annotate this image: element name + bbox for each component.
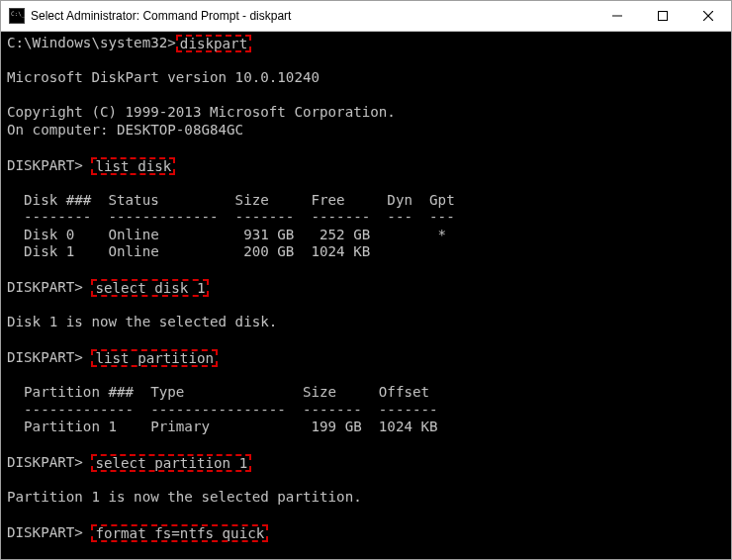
highlight-format: format fs=ntfs quick	[91, 524, 268, 542]
window-title: Select Administrator: Command Prompt - d…	[31, 9, 595, 23]
cmd-select-partition: select partition 1	[95, 455, 247, 471]
listpart-header: Partition ### Type Size Offset	[7, 384, 429, 400]
cmd-list-disk: list disk	[95, 158, 171, 174]
version-line: Microsoft DiskPart version 10.0.10240	[7, 69, 320, 85]
diskpart-prompt: DISKPART>	[7, 524, 91, 540]
cmd-list-partition: list partition	[95, 350, 214, 366]
computer-line: On computer: DESKTOP-08G84GC	[7, 122, 243, 138]
highlight-list-partition: list partition	[91, 349, 218, 367]
select-disk-result: Disk 1 is now the selected disk.	[7, 314, 277, 329]
diskpart-prompt: DISKPART>	[7, 454, 91, 470]
listdisk-row-1: Disk 1 Online 200 GB 1024 KB	[7, 243, 370, 259]
highlight-list-disk: list disk	[91, 157, 175, 175]
minimize-button[interactable]	[595, 1, 640, 31]
close-button[interactable]	[686, 1, 731, 31]
highlight-select-disk: select disk 1	[91, 279, 209, 297]
minimize-icon	[612, 11, 622, 21]
listdisk-header: Disk ### Status Size Free Dyn Gpt	[7, 192, 455, 208]
svg-rect-1	[659, 12, 668, 21]
diskpart-prompt: DISKPART>	[7, 349, 91, 365]
cmd-format: format fs=ntfs quick	[95, 525, 264, 541]
app-icon	[9, 8, 25, 24]
maximize-icon	[658, 11, 668, 21]
highlight-diskpart: diskpart	[176, 35, 251, 52]
copyright-line: Copyright (C) 1999-2013 Microsoft Corpor…	[7, 104, 396, 120]
maximize-button[interactable]	[640, 1, 686, 31]
highlight-select-partition: select partition 1	[91, 454, 251, 472]
prompt-text: C:\Windows\system32>	[7, 35, 176, 50]
diskpart-prompt: DISKPART>	[7, 279, 91, 295]
diskpart-prompt: DISKPART>	[7, 157, 91, 173]
listdisk-divider: -------- ------------- ------- ------- -…	[7, 209, 455, 225]
listpart-row-0: Partition 1 Primary 199 GB 1024 KB	[7, 419, 438, 434]
cmd-diskpart: diskpart	[180, 36, 247, 51]
terminal-area[interactable]: C:\Windows\system32>diskpart Microsoft D…	[1, 32, 731, 560]
listpart-divider: ------------- ---------------- ------- -…	[7, 402, 438, 418]
select-partition-result: Partition 1 is now the selected partitio…	[7, 489, 362, 505]
close-icon	[703, 11, 713, 21]
window-titlebar: Select Administrator: Command Prompt - d…	[1, 1, 731, 32]
cmd-select-disk: select disk 1	[95, 280, 205, 296]
mouse-pointer-icon	[219, 542, 249, 560]
listdisk-row-0: Disk 0 Online 931 GB 252 GB *	[7, 227, 446, 242]
window-controls	[595, 1, 731, 31]
